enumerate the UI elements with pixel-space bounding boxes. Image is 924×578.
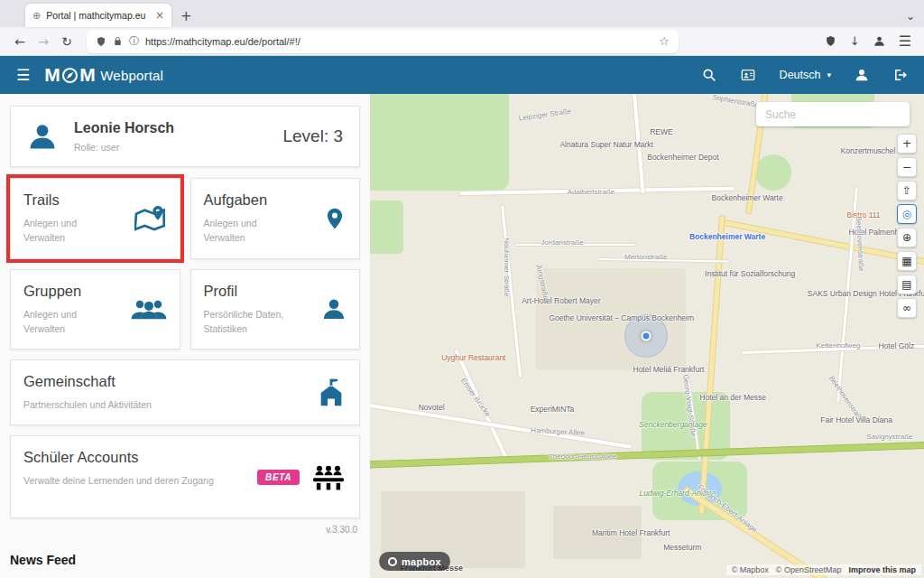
map-label: Messeturm [663, 543, 701, 552]
card-subtitle: Anlegen und Verwalten [23, 216, 118, 246]
map-road [741, 343, 924, 355]
sidebar-toggle-icon[interactable]: ☰ [16, 66, 30, 84]
map-label: ExperiMINTa [531, 405, 575, 414]
link-button[interactable]: ∞ [897, 298, 917, 318]
map-label: Bockenheimer Warte [689, 232, 765, 241]
tab-close-icon[interactable]: × [155, 9, 164, 22]
map-search-input[interactable] [756, 102, 910, 126]
person-icon [321, 295, 346, 322]
card-aufgaben[interactable]: Aufgaben Anlegen und Verwalten [190, 178, 361, 259]
improve-map-link[interactable]: Improve this map [848, 565, 916, 574]
card-subtitle: Anlegen und Verwalten [204, 216, 299, 246]
map-controls: +−⇧◎⊕▦▤∞ [897, 134, 917, 318]
layers-button[interactable]: ▤ [897, 275, 917, 294]
portal-cards: Trails Anlegen und Verwalten Aufgaben An… [10, 178, 360, 518]
mapbox-attribution-link[interactable]: © Mapbox [732, 565, 769, 574]
profile-icon[interactable] [855, 68, 869, 82]
map-park [370, 200, 403, 254]
grid-button[interactable]: ▦ [897, 251, 917, 271]
user-info: Leonie Horsch Rolle: user [74, 120, 174, 153]
globe-button[interactable]: ⊕ [897, 228, 917, 247]
trail-map-icon [134, 204, 167, 233]
map-building-block [553, 506, 642, 559]
user-icon [27, 121, 58, 152]
search-icon[interactable] [702, 68, 716, 82]
tab-strip: ⊕ Portal | mathcitymap.eu × + ⌄ [0, 0, 924, 27]
mapbox-logo[interactable]: mapbox [379, 552, 450, 571]
map-road [631, 94, 646, 195]
map-label: Leipziger Straße [518, 107, 571, 123]
card-gruppen[interactable]: Gruppen Anlegen und Verwalten [10, 269, 180, 350]
map-road [724, 219, 924, 268]
logo-letter: M [79, 64, 96, 86]
id-card-icon[interactable] [740, 68, 756, 82]
card-schueler-accounts[interactable]: Schüler Accounts Verwalte deine Lernende… [10, 435, 360, 518]
group-icon [131, 295, 167, 322]
protections-shield-icon[interactable] [825, 35, 836, 47]
compass-icon [61, 67, 79, 84]
logout-icon[interactable] [892, 68, 908, 82]
map-road [597, 257, 730, 264]
menu-icon[interactable]: ☰ [899, 33, 911, 50]
url-bar[interactable]: ⓘ https://mathcitymap.eu/de/portal/#!/ ☆ [87, 30, 679, 53]
compass-button[interactable]: ⇧ [897, 181, 917, 200]
app-title: Webportal [100, 68, 163, 83]
beta-badge: BETA [257, 470, 300, 485]
tab-favicon-icon: ⊕ [32, 10, 41, 22]
map-campus-area [536, 268, 686, 370]
card-subtitle: Persönliche Daten, Statistiken [204, 307, 299, 337]
card-subtitle: Anlegen und Verwalten [23, 307, 118, 337]
new-tab-button[interactable]: + [180, 8, 192, 24]
map-road [500, 205, 522, 378]
mapbox-circle-icon [388, 557, 397, 566]
zoom-in-button[interactable]: + [897, 134, 917, 154]
card-subtitle: Partnerschulen und Aktivitäten [23, 397, 236, 412]
map-park [370, 94, 509, 191]
zoom-out-button[interactable]: − [897, 157, 917, 177]
user-card[interactable]: Leonie Horsch Rolle: user Level: 3 [10, 106, 360, 167]
back-button[interactable]: ← [9, 31, 31, 52]
map[interactable]: SophienstraßeLeipziger StraßeREWEAlnatur… [370, 94, 924, 578]
map-road [514, 243, 636, 247]
locate-button[interactable]: ◎ [897, 204, 917, 224]
tab-overflow-icon[interactable]: ⌄ [906, 10, 915, 23]
browser-chrome: ⊕ Portal | mathcitymap.eu × + ⌄ ← → ↻ ⓘ … [0, 0, 924, 56]
card-gemeinschaft[interactable]: Gemeinschaft Partnerschulen und Aktivitä… [10, 359, 360, 425]
forward-button[interactable]: → [32, 31, 54, 52]
app-logo[interactable]: M M Webportal [44, 64, 163, 86]
map-road [453, 349, 511, 465]
portal-panel: Leonie Horsch Rolle: user Level: 3 Trail… [0, 94, 370, 578]
news-feed-heading: News Feed [10, 553, 360, 567]
card-profil[interactable]: Profil Persönliche Daten, Statistiken [190, 269, 361, 350]
navbar-actions: Deutsch ▾ [702, 68, 908, 82]
language-selector[interactable]: Deutsch ▾ [780, 69, 831, 81]
map-label: REWE [650, 127, 673, 136]
bookmark-star-icon[interactable]: ☆ [659, 34, 670, 48]
osm-attribution-link[interactable]: © OpenStreetMap [776, 565, 842, 574]
user-role: Rolle: user [74, 142, 174, 153]
downloads-icon[interactable]: ↓ [850, 34, 860, 48]
location-dot [641, 331, 651, 341]
user-level: Level: 3 [282, 126, 343, 146]
app-navbar: ☰ M M Webportal Deutsch ▾ [0, 56, 924, 94]
map-park [755, 154, 791, 191]
language-label: Deutsch [780, 69, 821, 81]
url-text: https://mathcitymap.eu/de/portal/#!/ [145, 36, 652, 47]
map-label: Savignystraße [866, 432, 912, 440]
card-title: Gemeinschaft [23, 373, 346, 390]
logo-letter: M [44, 64, 60, 86]
card-trails[interactable]: Trails Anlegen und Verwalten [10, 178, 180, 259]
reload-button[interactable]: ↻ [56, 31, 78, 52]
site-info-icon[interactable]: ⓘ [129, 34, 139, 48]
card-badge-row: BETA [257, 463, 346, 490]
version-label: v.3.30.0 [10, 525, 357, 535]
map-label: Bockenheimer Depot [647, 153, 718, 162]
shield-icon[interactable] [96, 36, 106, 47]
url-toolbar: ← → ↻ ⓘ https://mathcitymap.eu/de/portal… [0, 27, 924, 56]
account-icon[interactable] [873, 35, 885, 47]
chevron-down-icon: ▾ [827, 70, 831, 79]
lock-icon[interactable] [113, 36, 123, 46]
map-label: Beethovenstraße [827, 375, 865, 424]
map-label: Uyghur Restaurant [441, 353, 505, 362]
browser-tab[interactable]: ⊕ Portal | mathcitymap.eu × [25, 4, 171, 27]
